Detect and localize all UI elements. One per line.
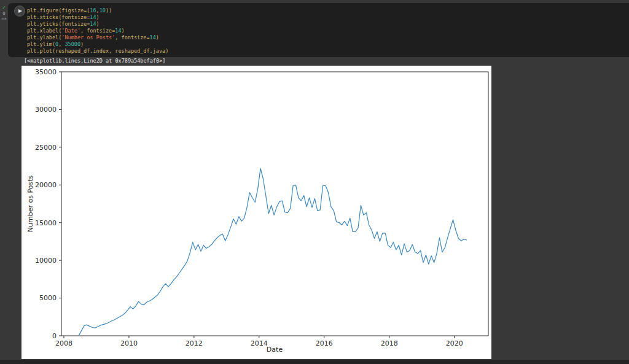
y-tick-label: 10000 [35, 257, 57, 265]
y-tick-label: 15000 [35, 219, 57, 227]
cell-execution-gutter: ✓ 0 ms [0, 6, 8, 21]
matplotlib-figure: 0500010000150002000025000300003500020082… [21, 66, 491, 359]
x-tick-label: 2018 [381, 339, 398, 347]
x-axis-label: Date [267, 346, 283, 354]
execution-count: 0 [3, 11, 6, 16]
run-cell-button[interactable] [14, 6, 25, 17]
y-tick-label: 25000 [35, 144, 57, 152]
x-tick-label: 2010 [120, 339, 138, 347]
x-tick-label: 2008 [55, 339, 72, 347]
next-cell-divider [0, 360, 629, 364]
notebook-page: ✓ 0 ms plt.figure(figsize=(16,10))plt.xt… [0, 0, 629, 364]
code-cell: plt.figure(figsize=(16,10))plt.xticks(fo… [8, 3, 629, 57]
y-tick-label: 20000 [35, 181, 57, 189]
y-axis-label: Number os Posts [26, 176, 34, 232]
y-tick-label: 30000 [35, 106, 57, 114]
x-tick-label: 2016 [316, 339, 333, 347]
execution-time-unit: ms [2, 17, 7, 21]
y-tick-label: 0 [52, 332, 57, 340]
plot-area [61, 72, 488, 336]
line-chart: 0500010000150002000025000300003500020082… [21, 66, 491, 359]
cell-output-text: [<matplotlib.lines.Line2D at 0x789a54bef… [24, 58, 165, 64]
code-editor[interactable]: plt.figure(figsize=(16,10))plt.xticks(fo… [8, 3, 629, 55]
x-tick-label: 2020 [446, 339, 463, 347]
y-tick-label: 35000 [35, 68, 57, 76]
play-icon [18, 9, 22, 13]
y-tick-label: 5000 [39, 294, 57, 302]
x-tick-label: 2012 [186, 339, 203, 347]
cell-success-check-icon: ✓ [2, 6, 6, 10]
x-tick-label: 2014 [251, 339, 268, 347]
